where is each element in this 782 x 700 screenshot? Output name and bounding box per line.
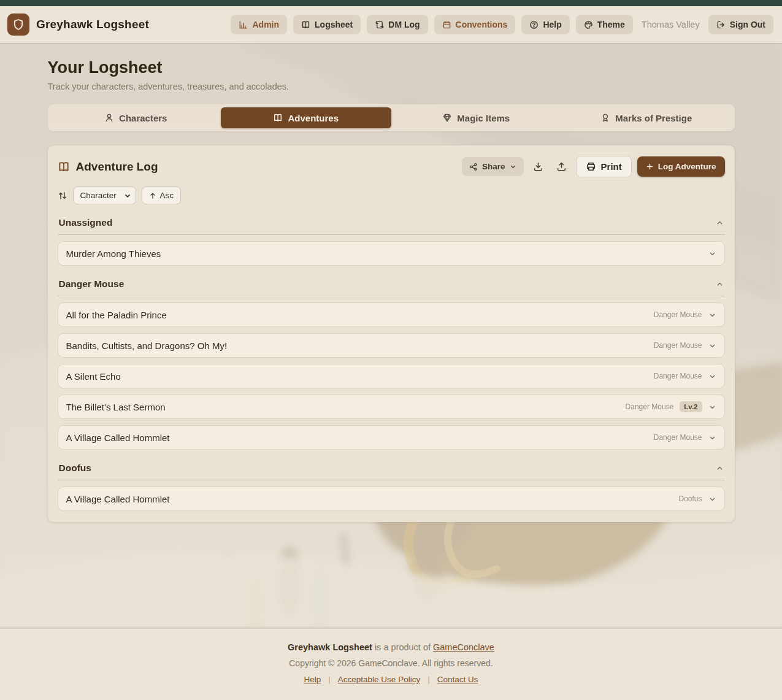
tab-marks-of-prestige[interactable]: Marks of Prestige bbox=[561, 107, 732, 128]
adventure-row[interactable]: A Silent Echo Danger Mouse bbox=[58, 364, 725, 388]
main-content: Your Logsheet Track your characters, adv… bbox=[48, 43, 735, 522]
brand: Greyhawk Logsheet bbox=[7, 13, 149, 36]
palette-icon bbox=[584, 20, 593, 29]
footer-separator: | bbox=[328, 675, 331, 684]
help-icon bbox=[529, 20, 539, 29]
footer-contact-link[interactable]: Contact Us bbox=[437, 675, 478, 684]
footer-brand: Greyhawk Logsheet bbox=[288, 642, 372, 652]
character-label: Danger Mouse bbox=[654, 341, 702, 350]
award-icon bbox=[600, 113, 610, 123]
nav-dm-log-button[interactable]: DM Log bbox=[367, 15, 427, 34]
top-navigation: Admin Logsheet DM Log Conventions Help T… bbox=[231, 15, 773, 34]
group-header-doofus[interactable]: Doofus bbox=[58, 460, 725, 480]
chevron-down-icon bbox=[708, 250, 716, 258]
card-header: Adventure Log Share Print bbox=[58, 156, 725, 177]
footer-separator: | bbox=[427, 675, 430, 684]
page-subtitle: Track your characters, adventures, treas… bbox=[48, 82, 735, 91]
app-header: Greyhawk Logsheet Admin Logsheet DM Log … bbox=[0, 6, 782, 43]
adventure-row[interactable]: Murder Among Thieves bbox=[58, 241, 725, 266]
chevron-down-icon bbox=[708, 372, 716, 380]
scroll-icon bbox=[375, 20, 384, 29]
nav-help-button[interactable]: Help bbox=[521, 15, 569, 34]
share-icon bbox=[469, 163, 478, 171]
footer-copyright: Copyright © 2026 GameConclave. All right… bbox=[0, 658, 782, 668]
share-button[interactable]: Share bbox=[462, 157, 524, 176]
brand-title: Greyhawk Logsheet bbox=[36, 18, 149, 31]
gameconclave-link[interactable]: GameConclave bbox=[433, 642, 494, 652]
book-icon bbox=[301, 20, 310, 29]
sort-field-select[interactable]: Character bbox=[73, 187, 136, 204]
book-icon bbox=[58, 161, 70, 173]
adventure-row[interactable]: A Village Called Hommlet Doofus bbox=[58, 487, 725, 511]
character-label: Danger Mouse bbox=[654, 433, 702, 442]
card-actions: Share Print Log Adventure bbox=[462, 156, 724, 177]
sign-out-button[interactable]: Sign Out bbox=[708, 15, 773, 34]
chevron-up-icon bbox=[716, 464, 724, 472]
level-badge: Lv.2 bbox=[680, 401, 702, 412]
chevron-down-icon bbox=[708, 495, 716, 503]
footer-aup-link[interactable]: Acceptable Use Policy bbox=[338, 675, 420, 684]
upload-icon bbox=[556, 161, 567, 172]
tab-magic-items[interactable]: Magic Items bbox=[391, 107, 562, 128]
top-accent-strip bbox=[0, 0, 782, 6]
user-name: Thomas Valley bbox=[639, 20, 702, 29]
download-icon bbox=[533, 161, 543, 172]
gem-icon bbox=[442, 113, 452, 123]
character-label: Danger Mouse bbox=[654, 372, 702, 380]
plus-icon bbox=[646, 163, 654, 171]
character-label: Doofus bbox=[678, 494, 702, 503]
chevron-down-icon bbox=[708, 311, 716, 319]
chevron-down-icon bbox=[510, 163, 516, 170]
shield-logo-icon bbox=[7, 13, 29, 36]
adventure-row[interactable]: All for the Paladin Prince Danger Mouse bbox=[58, 302, 725, 327]
card-title: Adventure Log bbox=[58, 160, 158, 174]
person-icon bbox=[104, 113, 114, 123]
nav-theme-button[interactable]: Theme bbox=[576, 15, 633, 34]
arrow-up-icon bbox=[149, 192, 156, 199]
nav-logsheet-button[interactable]: Logsheet bbox=[293, 15, 361, 34]
chevron-down-icon bbox=[708, 434, 716, 442]
sort-direction-button[interactable]: Asc bbox=[142, 187, 182, 204]
chevron-down-icon bbox=[708, 342, 716, 350]
adventure-row[interactable]: A Village Called Hommlet Danger Mouse bbox=[58, 425, 725, 450]
app-footer: Greyhawk Logsheet is a product of GameCo… bbox=[0, 628, 782, 700]
upload-button[interactable] bbox=[553, 158, 570, 175]
sort-field-wrap: Character bbox=[73, 187, 136, 204]
character-label: Danger Mouse bbox=[626, 402, 674, 411]
calendar-icon bbox=[442, 20, 451, 29]
character-label: Danger Mouse bbox=[654, 310, 702, 319]
chart-icon bbox=[239, 20, 248, 29]
sign-out-icon bbox=[716, 20, 726, 29]
sort-arrows-icon bbox=[58, 191, 67, 201]
chevron-up-icon bbox=[716, 219, 724, 227]
group-header-unassigned[interactable]: Unassigned bbox=[58, 215, 725, 235]
book-icon bbox=[273, 113, 283, 123]
tab-characters[interactable]: Characters bbox=[51, 107, 221, 128]
adventure-row[interactable]: The Billet's Last Sermon Danger Mouse Lv… bbox=[58, 394, 725, 419]
page-title: Your Logsheet bbox=[48, 58, 735, 77]
nav-conventions-button[interactable]: Conventions bbox=[434, 15, 516, 34]
print-button[interactable]: Print bbox=[576, 156, 632, 177]
logsheet-tabs: Characters Adventures Magic Items Marks … bbox=[48, 104, 735, 131]
log-adventure-button[interactable]: Log Adventure bbox=[637, 156, 725, 177]
printer-icon bbox=[586, 161, 596, 172]
tab-adventures[interactable]: Adventures bbox=[221, 107, 391, 128]
footer-product-line: Greyhawk Logsheet is a product of GameCo… bbox=[0, 642, 782, 652]
chevron-up-icon bbox=[716, 280, 724, 288]
footer-help-link[interactable]: Help bbox=[304, 675, 321, 684]
nav-admin-button[interactable]: Admin bbox=[231, 15, 287, 34]
download-button[interactable] bbox=[529, 158, 547, 175]
footer-links: Help | Acceptable Use Policy | Contact U… bbox=[0, 675, 782, 684]
adventure-log-card: Adventure Log Share Print bbox=[48, 145, 735, 522]
sort-controls: Character Asc bbox=[58, 187, 725, 204]
chevron-down-icon bbox=[708, 403, 716, 411]
adventure-row[interactable]: Bandits, Cultists, and Dragons? Oh My! D… bbox=[58, 333, 725, 358]
group-header-danger-mouse[interactable]: Danger Mouse bbox=[58, 276, 725, 296]
